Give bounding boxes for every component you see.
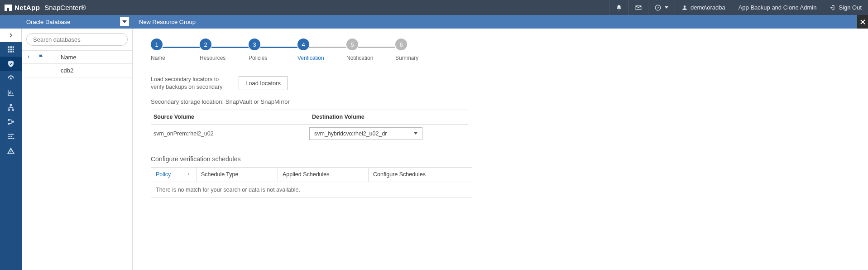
netapp-logo-icon: [5, 5, 12, 11]
rail-settings[interactable]: [0, 129, 22, 144]
caret-down-icon: [665, 6, 668, 9]
grid-icon: [7, 45, 15, 53]
sitemap-icon: [7, 103, 15, 111]
role-label-cell[interactable]: App Backup and Clone Admin: [732, 0, 823, 15]
brand: NetApp SnapCenter®: [5, 4, 86, 11]
notifications-button[interactable]: [609, 0, 628, 15]
step-label-1: Name: [151, 55, 163, 61]
messages-button[interactable]: [628, 0, 648, 15]
load-locators-text: Load secondary locators to verify backup…: [151, 76, 228, 91]
rail-hosts[interactable]: [0, 100, 22, 115]
rail-expand-button[interactable]: [0, 29, 22, 42]
close-button[interactable]: [857, 15, 868, 29]
mail-icon: [635, 5, 642, 11]
signout-button[interactable]: Sign Out: [823, 0, 868, 15]
resource-list-panel: Name cdb2: [22, 29, 133, 270]
step-1[interactable]: 1: [151, 39, 163, 50]
configure-schedules-title: Configure verification schedules: [151, 155, 850, 163]
nodes-icon: [7, 118, 15, 126]
search-input[interactable]: [26, 33, 128, 46]
load-locators-button[interactable]: Load locators: [239, 76, 288, 90]
storage-table: Source Volume Destination Volume svm_onP…: [151, 110, 468, 143]
chart-icon: [7, 89, 15, 97]
table-row: svm_onPrem:rhel2_u02 svm_hybridcvo:rhel2…: [151, 125, 468, 143]
step-label-6: Summary: [395, 55, 407, 61]
wizard-steps: 1 2 3 4 5 6 Name Resources Policies Veri…: [133, 29, 868, 66]
col-applied-schedules: Applied Schedules: [278, 168, 369, 182]
bell-icon: [616, 5, 622, 11]
role-label: App Backup and Clone Admin: [739, 4, 817, 11]
close-icon: [860, 19, 866, 25]
step-4[interactable]: 4: [297, 39, 309, 50]
step-2[interactable]: 2: [200, 39, 211, 50]
sub-header: Oracle Database New Resource Group: [0, 15, 868, 29]
top-header: NetApp SnapCenter® ? demo\oradba App Bac…: [0, 0, 868, 15]
step-5[interactable]: 5: [346, 39, 358, 50]
svg-rect-2: [8, 119, 10, 121]
destination-volume-value: svm_hybridcvo:rhel2_u02_dr: [314, 130, 387, 137]
list-header: Name: [22, 50, 132, 64]
schedules-grid: Policy Schedule Type Applied Schedules C…: [151, 167, 472, 198]
rail-alerts[interactable]: [0, 144, 22, 158]
main-panel: 1 2 3 4 5 6 Name Resources Policies Veri…: [133, 29, 868, 270]
signout-icon: [830, 5, 836, 11]
svg-point-6: [11, 136, 12, 137]
flag-icon[interactable]: [38, 54, 44, 60]
user-menu[interactable]: demo\oradba: [675, 0, 732, 15]
rail-resources[interactable]: [0, 57, 22, 71]
svg-text:?: ?: [657, 5, 659, 10]
gauge-icon: [7, 74, 15, 82]
secondary-storage-title: Secondary storage location: SnapVault or…: [151, 98, 850, 105]
col-source-volume: Source Volume: [151, 114, 309, 120]
step-label-2: Resources: [200, 55, 211, 61]
help-button[interactable]: ?: [648, 0, 675, 15]
source-volume-value: svm_onPrem:rhel2_u02: [151, 130, 309, 137]
step-3[interactable]: 3: [249, 39, 260, 50]
page-title: New Resource Group: [133, 19, 196, 25]
svg-rect-4: [12, 121, 14, 123]
step-label-5: Notification: [346, 55, 358, 61]
sort-icon: [187, 172, 192, 177]
step-label-3: Policies: [249, 55, 260, 61]
list-item-label: cdb2: [56, 67, 73, 74]
resource-type-dropdown[interactable]: [120, 17, 129, 26]
brand-product: SnapCenter®: [44, 4, 86, 11]
resource-type-label: Oracle Database: [26, 19, 71, 25]
resource-type-cell: Oracle Database: [22, 17, 133, 26]
user-icon: [681, 5, 688, 11]
svg-point-7: [13, 138, 14, 139]
list-item[interactable]: cdb2: [22, 64, 132, 77]
column-name: Name: [56, 54, 77, 61]
chevron-down-icon: [414, 132, 417, 135]
chevron-down-icon: [122, 20, 127, 23]
rail-monitor[interactable]: [0, 71, 22, 86]
brand-vendor: NetApp: [14, 4, 40, 11]
alert-icon: [7, 147, 15, 155]
col-schedule-type: Schedule Type: [197, 168, 278, 182]
rail-storage[interactable]: [0, 115, 22, 129]
sort-icon[interactable]: [27, 54, 34, 60]
col-configure-schedules: Configure Schedules: [369, 168, 472, 182]
svg-rect-3: [8, 123, 10, 125]
svg-point-5: [12, 134, 14, 135]
signout-label: Sign Out: [839, 4, 862, 11]
chevron-right-icon: [9, 33, 13, 38]
grid-empty-message: There is no match for your search or dat…: [151, 182, 472, 198]
step-label-4: Verification: [297, 55, 309, 61]
help-icon: ?: [655, 5, 661, 11]
step-6[interactable]: 6: [395, 39, 407, 50]
rail-dashboard[interactable]: [0, 42, 22, 57]
user-label: demo\oradba: [691, 4, 725, 11]
shield-check-icon: [7, 60, 15, 68]
sliders-icon: [7, 132, 15, 140]
nav-rail: [0, 29, 22, 270]
col-policy[interactable]: Policy: [151, 168, 197, 182]
col-dest-volume: Destination Volume: [309, 114, 468, 120]
rail-reports[interactable]: [0, 86, 22, 100]
destination-volume-select[interactable]: svm_hybridcvo:rhel2_u02_dr: [309, 127, 422, 140]
